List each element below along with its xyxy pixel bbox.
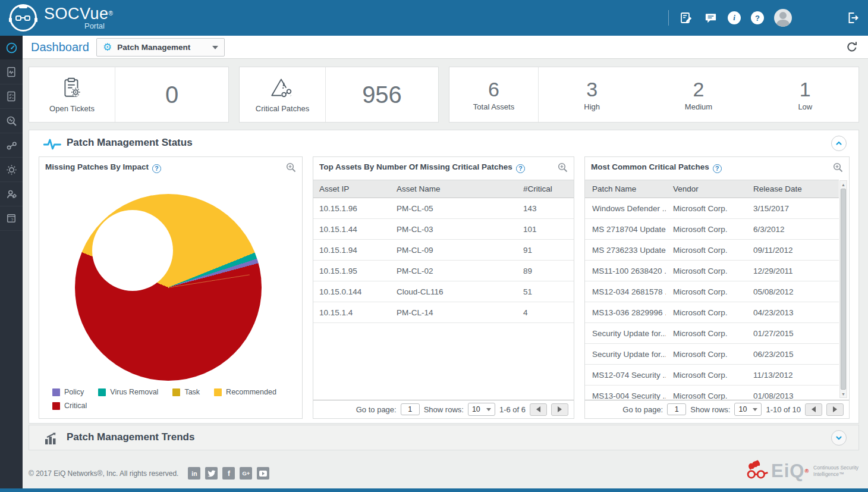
- table-header: Patch Name Vendor Release Date: [585, 180, 839, 198]
- table-cell: 143: [517, 204, 574, 213]
- sidebar-item-analysis[interactable]: [0, 109, 23, 133]
- help-icon[interactable]: [751, 11, 764, 24]
- table-cell: 01/27/2015: [746, 329, 839, 338]
- rows-per-page-value: 10: [738, 405, 747, 413]
- top-assets-title-text: Top Assets By Number Of Missing Critical…: [319, 162, 512, 171]
- zoom-icon[interactable]: [286, 162, 296, 173]
- next-page-button[interactable]: [826, 403, 844, 416]
- common-patches-title-text: Most Common Critical Patches: [591, 162, 709, 171]
- go-to-page-label: Go to page:: [356, 405, 397, 414]
- high-label: High: [584, 102, 600, 111]
- table-cell: PM-CL-05: [391, 204, 517, 213]
- pagination-bar: Go to page: Show rows: 10 1-10 of 10: [585, 400, 849, 418]
- sidebar-item-remediation[interactable]: [0, 133, 23, 158]
- sidebar-item-reports[interactable]: [0, 60, 23, 84]
- table-row: MS12-074 Security ...Microsoft Corp.11/1…: [585, 365, 839, 386]
- patch-management-status-section: Patch Management Status Missing Patches …: [29, 130, 859, 424]
- stats-card-open-tickets[interactable]: Open Tickets 0: [29, 67, 229, 123]
- legend-label: Policy: [64, 388, 84, 396]
- prev-page-button[interactable]: [530, 403, 547, 416]
- sidebar-item-support[interactable]: ?: [0, 206, 23, 231]
- prev-page-button[interactable]: [805, 403, 822, 416]
- table-cell: 10.15.1.44: [313, 225, 391, 234]
- avatar[interactable]: [774, 9, 792, 27]
- legend-item: Policy: [52, 388, 84, 396]
- page-input[interactable]: [401, 403, 420, 415]
- rows-per-page-select[interactable]: 10: [468, 403, 495, 416]
- sub-header: Dashboard ⚙ Patch Management: [23, 36, 868, 59]
- legend-swatch: [172, 388, 180, 396]
- arrow-left-icon: [536, 406, 540, 412]
- table-cell: Microsoft Corp.: [666, 308, 746, 317]
- document-question-icon: ?: [5, 212, 17, 224]
- rows-per-page-select[interactable]: 10: [734, 403, 762, 416]
- info-icon[interactable]: [728, 11, 741, 24]
- googleplus-icon[interactable]: [240, 467, 252, 480]
- chevron-down-icon: [486, 408, 491, 411]
- common-patches-panel: Most Common Critical Patches Patch Name …: [584, 156, 850, 419]
- collapse-section-button[interactable]: [831, 136, 847, 151]
- column-header-vendor[interactable]: Vendor: [666, 184, 746, 193]
- chat-icon[interactable]: [703, 11, 718, 25]
- column-header-asset-ip[interactable]: Asset IP: [313, 184, 391, 193]
- stats-card-assets-severity[interactable]: 6 Total Assets 3 High 2 Medium 1 Low: [449, 67, 859, 123]
- patch-management-trends-section[interactable]: Patch Management Trends: [29, 425, 859, 450]
- column-header-patch-name[interactable]: Patch Name: [585, 184, 666, 193]
- sidebar-item-assessment[interactable]: [0, 84, 23, 109]
- refresh-icon[interactable]: [845, 40, 858, 54]
- scroll-up-button[interactable]: ▲: [840, 181, 847, 188]
- scrollbar-thumb[interactable]: [841, 189, 846, 390]
- legend-label: Critical: [64, 402, 87, 410]
- table-cell: 3/15/2017: [746, 204, 839, 213]
- sidebar-item-users[interactable]: [0, 182, 23, 206]
- table-body: Windows Defender ...Microsoft Corp.3/15/…: [585, 198, 839, 401]
- total-assets-label: Total Assets: [473, 102, 514, 111]
- table-cell: Security Update for...: [585, 329, 666, 338]
- page-title: Dashboard: [31, 40, 89, 54]
- column-header-critical[interactable]: #Critical: [517, 184, 574, 193]
- missing-patches-title-text: Missing Patches By Impact: [45, 162, 149, 171]
- column-header-release-date[interactable]: Release Date: [746, 184, 839, 193]
- socvue-logo-icon[interactable]: [10, 4, 37, 32]
- youtube-icon[interactable]: [257, 467, 269, 480]
- top-assets-panel: Top Assets By Number Of Missing Critical…: [313, 156, 574, 419]
- table-cell: 10.15.1.94: [313, 246, 391, 255]
- legend-label: Virus Removal: [110, 388, 158, 396]
- twitter-icon[interactable]: [205, 467, 218, 480]
- total-assets-col: 6 Total Assets: [449, 67, 539, 122]
- show-rows-label: Show rows:: [690, 405, 730, 414]
- table-cell: 6/3/2012: [746, 225, 839, 234]
- linkedin-icon[interactable]: [188, 467, 200, 480]
- scroll-down-button[interactable]: ▼: [840, 390, 847, 397]
- range-label: 1-10 of 10: [766, 405, 801, 414]
- eiq-tagline: Continuous Security Intelligence™: [813, 465, 858, 478]
- stats-card-critical-patches[interactable]: Critical Patches 956: [239, 67, 439, 123]
- table-body: 10.15.1.96PM-CL-0514310.15.1.44PM-CL-031…: [313, 198, 574, 323]
- legend-label: Recommended: [226, 388, 276, 396]
- help-icon[interactable]: [516, 164, 525, 173]
- brand-registered-mark: ®: [109, 10, 113, 17]
- column-header-asset-name[interactable]: Asset Name: [391, 184, 517, 193]
- legend-swatch: [98, 388, 106, 396]
- arrow-left-icon: [812, 406, 816, 412]
- notes-icon[interactable]: [679, 11, 693, 25]
- header-divider: [668, 10, 669, 26]
- next-page-button[interactable]: [551, 403, 568, 416]
- range-label: 1-6 of 6: [499, 405, 526, 414]
- page-input[interactable]: [667, 403, 686, 415]
- dashboard-select[interactable]: ⚙ Patch Management: [96, 38, 225, 57]
- brand-subtitle: Portal: [44, 21, 113, 30]
- sidebar-item-configuration[interactable]: [0, 158, 23, 182]
- logo-ear-right: [34, 18, 37, 22]
- table-cell: 101: [517, 225, 574, 234]
- zoom-icon[interactable]: [833, 162, 843, 173]
- help-icon[interactable]: [152, 164, 161, 173]
- table-row: MS11-100 2638420 ...Microsoft Corp.12/29…: [585, 261, 839, 281]
- help-icon[interactable]: [713, 164, 722, 173]
- sidebar-item-dashboard[interactable]: [0, 36, 23, 60]
- expand-section-button[interactable]: [831, 430, 847, 446]
- arrow-right-icon: [833, 406, 837, 412]
- facebook-icon[interactable]: [222, 467, 235, 480]
- zoom-icon[interactable]: [558, 162, 568, 173]
- logout-icon[interactable]: [845, 11, 860, 25]
